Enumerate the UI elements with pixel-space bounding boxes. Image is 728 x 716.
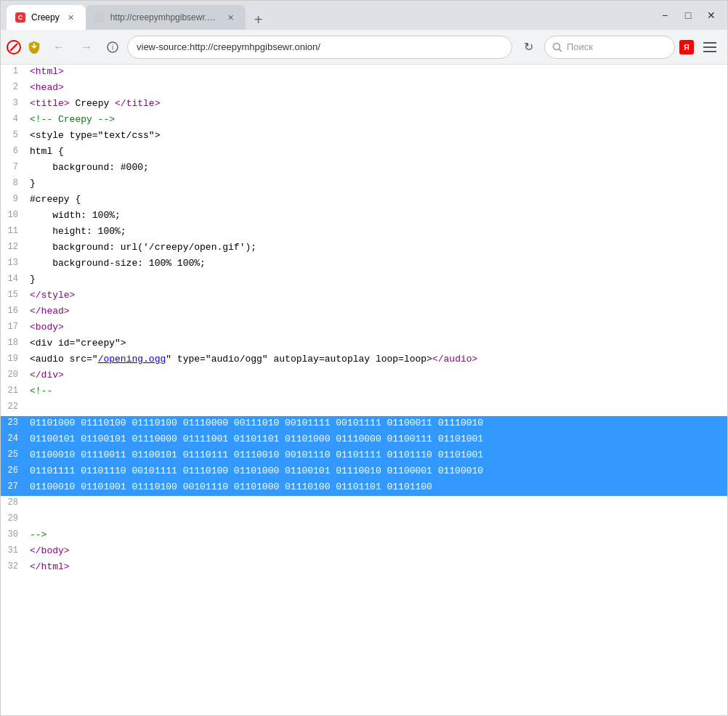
refresh-button[interactable]: ↻ — [517, 36, 540, 59]
line-2: 2<head> — [1, 81, 727, 97]
line-num-2: 2 — [1, 81, 27, 97]
line-num-31: 31 — [1, 544, 27, 560]
line-9: 9#creepy { — [1, 192, 727, 208]
line-num-30: 30 — [1, 528, 27, 544]
line-content-1: <html> — [27, 65, 727, 81]
line-30: 30--> — [1, 528, 727, 544]
new-tab-button[interactable]: + — [248, 9, 269, 30]
line-4: 4<!-- Creepy --> — [1, 113, 727, 129]
line-content-6: html { — [27, 145, 727, 160]
line-11: 11 height: 100%; — [1, 224, 727, 240]
line-num-29: 29 — [1, 512, 27, 528]
back-button[interactable]: ← — [47, 36, 70, 59]
line-num-4: 4 — [1, 113, 27, 129]
line-content-2: <head> — [27, 81, 727, 97]
line-content-17: <body> — [27, 320, 727, 336]
line-content-14: } — [27, 272, 727, 288]
line-content-5: <style type="text/css"> — [27, 129, 727, 145]
line-25: 2501100010 01110011 01100101 01110111 01… — [1, 448, 727, 464]
line-5: 5<style type="text/css"> — [1, 129, 727, 145]
line-content-22 — [27, 400, 727, 416]
line-content-24: 01100101 01100101 01110000 01111001 0110… — [27, 432, 727, 448]
url-text: view-source:http://creepymhpgibsewr.onio… — [137, 41, 320, 52]
tab-onion-label: http://creepymhpgibsewr.oni... — [110, 12, 219, 23]
line-6: 6html { — [1, 145, 727, 160]
minimize-button[interactable]: − — [655, 5, 675, 25]
line-num-27: 27 — [1, 480, 27, 496]
line-content-7: background: #000; — [27, 160, 727, 176]
search-bar[interactable]: Поиск — [544, 36, 675, 59]
line-19: 19<audio src="/opening.ogg" type="audio/… — [1, 352, 727, 368]
line-18: 18<div id="creepy"> — [1, 336, 727, 352]
line-content-10: width: 100%; — [27, 208, 727, 224]
forward-button[interactable]: → — [75, 36, 98, 59]
line-8: 8} — [1, 176, 727, 192]
line-31: 31</body> — [1, 544, 727, 560]
window-controls: − □ ✕ — [655, 5, 721, 25]
line-num-26: 26 — [1, 464, 27, 480]
svg-line-3 — [559, 49, 562, 51]
line-content-32: </html> — [27, 560, 727, 576]
title-bar-left: C Creepy ✕ http://creepymhpgibsewr.oni..… — [7, 1, 269, 30]
tab-onion[interactable]: http://creepymhpgibsewr.oni... ✕ — [86, 5, 246, 30]
line-content-8: } — [27, 176, 727, 192]
line-num-8: 8 — [1, 176, 27, 192]
line-num-25: 25 — [1, 448, 27, 464]
line-content-19: <audio src="/opening.ogg" type="audio/og… — [27, 352, 727, 368]
maximize-button[interactable]: □ — [678, 5, 698, 25]
menu-button[interactable] — [698, 36, 721, 59]
line-10: 10 width: 100%; — [1, 208, 727, 224]
tab-onion-favicon — [94, 12, 105, 23]
tab-onion-close[interactable]: ✕ — [225, 12, 237, 23]
line-content-12: background: url('/creepy/open.gif'); — [27, 240, 727, 256]
line-3: 3<title> Creepy </title> — [1, 97, 727, 113]
shield-icon — [25, 38, 43, 56]
line-12: 12 background: url('/creepy/open.gif'); — [1, 240, 727, 256]
line-content-9: #creepy { — [27, 192, 727, 208]
line-num-17: 17 — [1, 320, 27, 336]
line-content-28 — [27, 496, 727, 512]
line-28: 28 — [1, 496, 727, 512]
tab-favicon: C — [15, 12, 25, 23]
line-num-23: 23 — [1, 416, 27, 432]
search-placeholder: Поиск — [567, 41, 593, 52]
line-num-20: 20 — [1, 368, 27, 384]
browser-window: C Creepy ✕ http://creepymhpgibsewr.oni..… — [0, 0, 728, 716]
line-num-24: 24 — [1, 432, 27, 448]
line-content-30: --> — [27, 528, 727, 544]
line-content-23: 01101000 01110100 01110100 01110000 0011… — [27, 416, 727, 432]
close-button[interactable]: ✕ — [701, 5, 721, 25]
line-17: 17<body> — [1, 320, 727, 336]
line-num-15: 15 — [1, 288, 27, 304]
line-num-13: 13 — [1, 256, 27, 272]
line-26: 2601101111 01101110 00101111 01110100 01… — [1, 464, 727, 480]
line-num-32: 32 — [1, 560, 27, 576]
url-bar[interactable]: view-source:http://creepymhpgibsewr.onio… — [127, 36, 512, 59]
line-32: 32</html> — [1, 560, 727, 576]
line-num-9: 9 — [1, 192, 27, 208]
tab-creepy-close[interactable]: ✕ — [65, 12, 77, 23]
line-content-21: <!-- — [27, 384, 727, 400]
line-14: 14} — [1, 272, 727, 288]
line-num-12: 12 — [1, 240, 27, 256]
line-content-29 — [27, 512, 727, 528]
line-content-31: </body> — [27, 544, 727, 560]
svg-text:i: i — [112, 44, 113, 52]
line-num-5: 5 — [1, 129, 27, 145]
title-bar: C Creepy ✕ http://creepymhpgibsewr.oni..… — [1, 1, 727, 30]
tab-creepy-label: Creepy — [31, 12, 60, 23]
info-button[interactable]: i — [102, 37, 123, 57]
line-num-28: 28 — [1, 496, 27, 512]
line-content-25: 01100010 01110011 01100101 01110111 0111… — [27, 448, 727, 464]
tab-creepy[interactable]: C Creepy ✕ — [7, 5, 86, 30]
line-23: 2301101000 01110100 01110100 01110000 00… — [1, 416, 727, 432]
line-21: 21<!-- — [1, 384, 727, 400]
line-content-16: </head> — [27, 304, 727, 320]
line-content-18: <div id="creepy"> — [27, 336, 727, 352]
line-num-6: 6 — [1, 145, 27, 160]
line-num-18: 18 — [1, 336, 27, 352]
line-29: 29 — [1, 512, 727, 528]
line-content-4: <!-- Creepy --> — [27, 113, 727, 129]
line-content-26: 01101111 01101110 00101111 01110100 0110… — [27, 464, 727, 480]
line-num-7: 7 — [1, 160, 27, 176]
